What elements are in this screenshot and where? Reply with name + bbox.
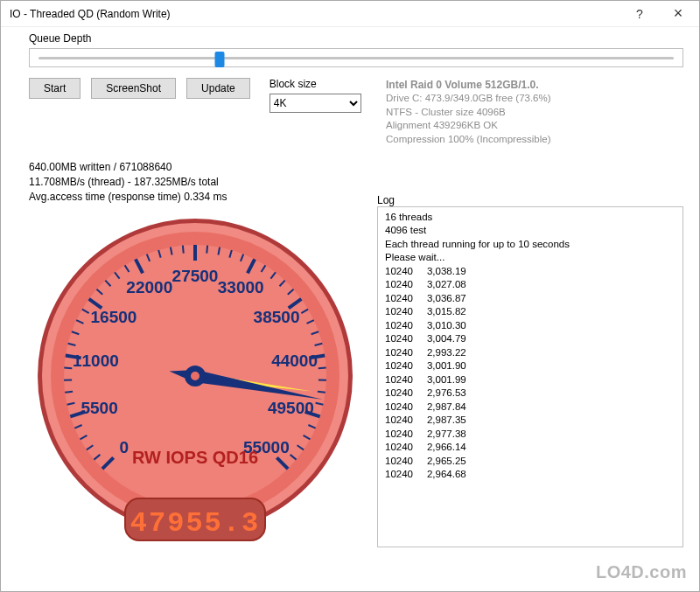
help-button[interactable]: ? — [620, 2, 659, 26]
drive-fs: NTFS - Cluster size 4096B — [386, 106, 683, 120]
svg-text:22000: 22000 — [126, 277, 172, 296]
gauge-digital: 47955.3 — [130, 507, 260, 540]
svg-text:49500: 49500 — [268, 398, 314, 416]
close-button[interactable]: × — [659, 2, 697, 26]
gauge-svg: 0550011000165002200027500330003850044000… — [29, 210, 361, 560]
toolbar: Start ScreenShot Update Block size 4K In… — [29, 78, 683, 146]
gauge-label: RW IOPS QD16 — [132, 448, 258, 467]
queue-depth-slider-wrap — [29, 48, 683, 67]
block-size-label: Block size — [270, 78, 361, 90]
drive-align: Alignment 439296KB OK — [386, 119, 683, 133]
svg-line-47 — [318, 391, 326, 392]
app-window: IO - Threaded QD (Random Write) ? × Queu… — [0, 0, 700, 592]
svg-line-45 — [318, 367, 326, 368]
drive-name: Intel Raid 0 Volume 512GB/1.0. — [386, 78, 683, 92]
queue-depth-slider[interactable] — [29, 48, 683, 67]
queue-depth-label: Queue Depth — [29, 32, 683, 45]
svg-text:11000: 11000 — [73, 352, 119, 370]
svg-text:16500: 16500 — [91, 308, 137, 326]
lower-row: 0550011000165002200027500330003850044000… — [29, 210, 683, 560]
start-button[interactable]: Start — [29, 78, 80, 99]
content: Queue Depth Start ScreenShot Update Bloc… — [1, 27, 699, 591]
svg-line-28 — [183, 245, 184, 253]
gauge: 0550011000165002200027500330003850044000… — [29, 210, 361, 560]
drive-comp: Compression 100% (Incompressible) — [386, 133, 683, 147]
log-panel: Log 16 threads 4096 test Each thread run… — [377, 194, 683, 547]
svg-text:44000: 44000 — [271, 352, 318, 370]
slider-thumb[interactable] — [214, 52, 224, 67]
drive-free: Drive C: 473.9/349.0GB free (73.6%) — [386, 92, 683, 106]
drive-info: Intel Raid 0 Volume 512GB/1.0. Drive C: … — [386, 78, 683, 146]
log-textarea[interactable]: 16 threads 4096 test Each thread running… — [377, 206, 683, 547]
slider-line — [38, 57, 674, 59]
log-label: Log — [377, 194, 683, 206]
svg-line-11 — [65, 391, 73, 392]
block-size-group: Block size 4K — [270, 78, 361, 113]
svg-line-30 — [206, 245, 207, 253]
stats-speed: 11.708MB/s (thread) - 187.325MB/s total — [29, 175, 683, 190]
window-title: IO - Threaded QD (Random Write) — [10, 8, 620, 20]
svg-text:33000: 33000 — [218, 277, 264, 296]
svg-text:0: 0 — [119, 438, 129, 456]
block-size-select[interactable]: 4K — [270, 94, 361, 113]
stats-written: 640.00MB written / 671088640 — [29, 160, 683, 175]
svg-line-13 — [64, 367, 72, 368]
screenshot-button[interactable]: ScreenShot — [91, 78, 176, 99]
update-button[interactable]: Update — [186, 78, 250, 99]
titlebar: IO - Threaded QD (Random Write) ? × — [1, 1, 699, 27]
svg-text:27500: 27500 — [172, 267, 219, 285]
svg-point-69 — [191, 372, 200, 380]
watermark: LO4D.com — [596, 562, 687, 582]
svg-text:38500: 38500 — [254, 308, 300, 326]
svg-text:5500: 5500 — [80, 398, 117, 416]
